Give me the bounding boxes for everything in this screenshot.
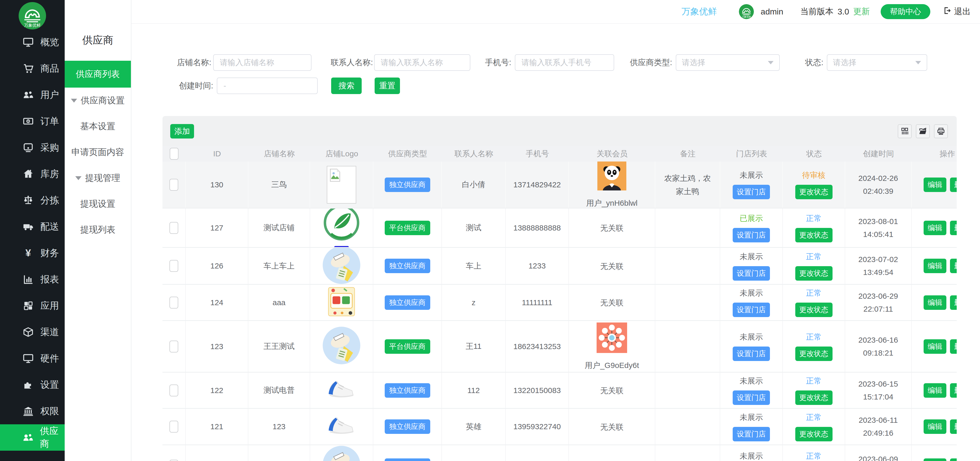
sidebar-item-权限[interactable]: 权限 (0, 398, 65, 424)
delete-button[interactable]: 删除 (950, 458, 957, 461)
change-status-button[interactable]: 更改状态 (795, 185, 832, 199)
sidebar-item-报表[interactable]: 报表 (0, 266, 65, 293)
set-store-button[interactable]: 设置门店 (733, 347, 770, 361)
sidebar-item-用户[interactable]: 用户 (0, 82, 65, 108)
export-button[interactable] (916, 124, 930, 138)
set-store-button[interactable]: 设置门店 (733, 185, 770, 199)
set-store-button[interactable]: 设置门店 (733, 303, 770, 317)
created-clock: 22:07:11 (863, 305, 893, 314)
set-store-button[interactable]: 设置门店 (733, 390, 770, 405)
sidebar-item-渠道[interactable]: 渠道 (0, 319, 65, 345)
row-checkbox[interactable] (169, 460, 178, 461)
brand-link[interactable]: 万象优鲜 (681, 6, 717, 17)
submenu-item-提现列表[interactable]: 提现列表 (65, 217, 131, 242)
edit-button[interactable]: 编辑 (924, 339, 947, 354)
change-status-button[interactable]: 更改状态 (795, 266, 832, 280)
logout-button[interactable]: 退出 (943, 6, 971, 17)
sidebar-item-财务[interactable]: ¥财务 (0, 240, 65, 266)
supplier-type-badge: 独立供应商 (385, 177, 430, 192)
edit-button[interactable]: 编辑 (924, 295, 947, 310)
delete-button[interactable]: 删除 (950, 177, 957, 192)
sidebar-item-采购[interactable]: 采购 (0, 135, 65, 161)
change-status-button[interactable]: 更改状态 (795, 427, 832, 441)
search-button[interactable]: 搜索 (331, 78, 362, 94)
delete-button[interactable]: 删除 (950, 420, 957, 434)
sidebar-item-label: 报表 (40, 273, 59, 286)
edit-button[interactable]: 编辑 (924, 383, 947, 398)
set-store-button[interactable]: 设置门店 (733, 228, 770, 242)
contact-name-input[interactable] (374, 54, 470, 71)
submenu-item-供应商列表[interactable]: 供应商列表 (65, 61, 131, 87)
row-checkbox[interactable] (169, 260, 178, 272)
edit-button[interactable]: 编辑 (924, 458, 947, 461)
edit-button[interactable]: 编辑 (924, 420, 947, 434)
phone-input[interactable] (515, 54, 614, 71)
submenu-item-提现管理[interactable]: 提现管理 (65, 165, 131, 191)
submenu-item-申请页面内容[interactable]: 申请页面内容 (65, 139, 131, 165)
add-button[interactable]: 添加 (170, 124, 194, 138)
row-checkbox-cell (162, 162, 186, 208)
supplier-type-select[interactable]: 请选择 (676, 54, 780, 71)
select-all-checkbox[interactable] (170, 148, 178, 160)
member-name: 用户_ynH6blwl (586, 198, 638, 208)
submenu-item-基本设置[interactable]: 基本设置 (65, 113, 131, 139)
sidebar-item-供应商[interactable]: 供应商 (0, 424, 65, 451)
sidebar-item-分拣[interactable]: 分拣 (0, 187, 65, 214)
submenu-item-提现设置[interactable]: 提现设置 (65, 191, 131, 217)
sidebar-item-订单[interactable]: 订单 (0, 108, 65, 135)
cell-remark (655, 445, 720, 461)
cell-phone: 11111111 (506, 285, 569, 320)
cell-shop-logo (310, 248, 373, 284)
row-checkbox[interactable] (169, 421, 178, 432)
print-button[interactable] (934, 124, 948, 138)
change-status-button[interactable]: 更改状态 (795, 347, 832, 361)
cell-store-list: 未展示设置门店 (720, 372, 783, 408)
submenu-item-供应商设置[interactable]: 供应商设置 (65, 87, 131, 113)
cell-phone: 13220150083 (506, 372, 569, 408)
cell-contact: 车上 (442, 248, 506, 284)
edit-button[interactable]: 编辑 (924, 259, 947, 273)
sidebar-item-硬件[interactable]: 硬件 (0, 345, 65, 372)
brand-logo[interactable]: 万象优鲜 (0, 0, 65, 29)
table-header-ID: ID (186, 146, 248, 162)
sidebar-item-应用[interactable]: 应用 (0, 293, 65, 319)
column-label: 关联会员 (597, 149, 628, 159)
delete-button[interactable]: 删除 (950, 383, 957, 398)
user-avatar[interactable]: 万象优鲜 (739, 4, 754, 19)
update-link[interactable]: 更新 (853, 6, 870, 17)
set-store-button[interactable]: 设置门店 (733, 427, 770, 441)
submenu-list: 供应商列表供应商设置基本设置申请页面内容提现管理提现设置提现列表 (65, 61, 131, 242)
row-checkbox[interactable] (169, 222, 178, 234)
row-checkbox[interactable] (169, 385, 178, 396)
cell-name: aaa (248, 285, 310, 320)
sidebar-item-商品[interactable]: 商品 (0, 55, 65, 82)
shop-name-input[interactable] (213, 54, 312, 71)
change-status-button[interactable]: 更改状态 (795, 228, 832, 242)
column-settings-button[interactable] (898, 124, 912, 138)
sidebar-item-配送[interactable]: 配送 (0, 214, 65, 240)
cell-id-text: 123 (210, 342, 223, 351)
row-checkbox[interactable] (169, 179, 178, 191)
sidebar-item-库房[interactable]: 库房 (0, 161, 65, 187)
delete-button[interactable]: 删除 (950, 259, 957, 273)
change-status-button[interactable]: 更改状态 (795, 303, 832, 317)
delete-button[interactable]: 删除 (950, 295, 957, 310)
row-checkbox[interactable] (169, 341, 178, 352)
delete-button[interactable]: 删除 (950, 339, 957, 354)
edit-button[interactable]: 编辑 (924, 221, 947, 235)
shoe-logo (326, 414, 357, 439)
delete-button[interactable]: 删除 (950, 221, 957, 235)
edit-button[interactable]: 编辑 (924, 177, 947, 192)
help-center-button[interactable]: 帮助中心 (881, 4, 930, 19)
sidebar-item-设置[interactable]: 设置 (0, 372, 65, 398)
sidebar-item-概览[interactable]: 概览 (0, 29, 65, 55)
status-select[interactable]: 请选择 (827, 54, 927, 71)
chevron-down-icon (71, 99, 77, 103)
table-row: 122测试电普独立供应商11213220150083无关联未展示设置门店正常更改… (162, 372, 957, 409)
created-time-input[interactable] (217, 78, 318, 94)
set-store-button[interactable]: 设置门店 (733, 266, 770, 280)
reset-button[interactable]: 重置 (375, 78, 400, 94)
row-checkbox[interactable] (169, 297, 178, 309)
cell-id: 127 (186, 209, 248, 247)
change-status-button[interactable]: 更改状态 (795, 390, 832, 405)
